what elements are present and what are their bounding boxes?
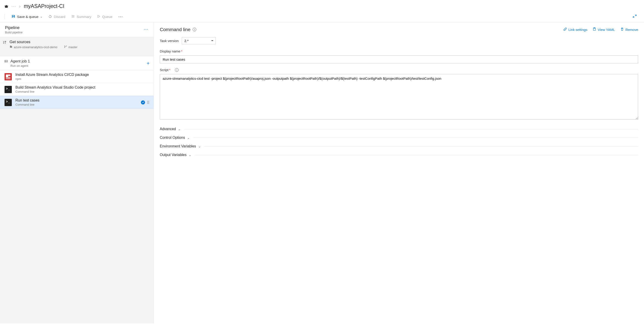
- task-row-selected[interactable]: Run test cases Command line: [0, 96, 154, 109]
- remove-label: Remove: [626, 28, 638, 32]
- task-title: Build Stream Analytics Visual Studio Cod…: [16, 85, 95, 90]
- check-icon: [141, 100, 145, 105]
- summary-button[interactable]: Summary: [71, 15, 91, 19]
- chevron-down-icon: ⌄: [187, 136, 190, 139]
- task-subtitle: Command line: [16, 103, 40, 106]
- breadcrumb-ellipsis[interactable]: ⋯: [11, 4, 16, 9]
- section-env-label: Environment Variables: [160, 144, 196, 148]
- svg-point-8: [5, 61, 6, 61]
- repo-icon: [10, 45, 12, 49]
- link-settings-label: Link settings: [568, 28, 587, 32]
- task-subtitle: npm: [16, 77, 89, 81]
- play-icon: [97, 15, 100, 19]
- clipboard-icon: [593, 28, 596, 32]
- save-queue-label: Save & queue: [17, 15, 38, 19]
- task-version-label: Task version: [160, 39, 178, 43]
- tasks-pane: Pipeline Build pipeline ⋯ Get sources az…: [0, 22, 154, 323]
- branch-name: master: [68, 46, 78, 49]
- breadcrumb-bar: ⋯ › myASAProject-CI: [0, 0, 644, 14]
- undo-icon: [48, 15, 52, 19]
- link-icon: [564, 28, 567, 32]
- task-title: Run test cases: [16, 98, 40, 102]
- toolbar-divider: [4, 14, 5, 19]
- chevron-down-icon: ⌄: [198, 145, 201, 148]
- sources-icon: [3, 41, 7, 45]
- section-output-label: Output Variables: [160, 153, 186, 157]
- task-title: Install Azure Stream Analytics CI/CD pac…: [16, 73, 89, 77]
- remove-button[interactable]: Remove: [620, 28, 638, 32]
- script-label: Script* i: [160, 68, 178, 72]
- link-settings-button[interactable]: Link settings: [564, 28, 587, 32]
- info-icon[interactable]: i: [175, 68, 178, 72]
- summary-label: Summary: [77, 15, 91, 19]
- fullscreen-toggle-icon[interactable]: [633, 14, 637, 19]
- discard-label: Discard: [54, 15, 65, 19]
- pipeline-subtitle: Build pipeline: [5, 31, 22, 34]
- save-icon: [12, 15, 15, 19]
- project-icon: [4, 5, 8, 8]
- chevron-down-icon: ⌄: [178, 127, 181, 131]
- svg-point-9: [5, 62, 6, 62]
- script-textarea[interactable]: [160, 74, 638, 120]
- terminal-icon: [4, 86, 12, 93]
- chevron-down-icon: ⌄: [189, 153, 191, 157]
- trash-icon: [620, 28, 624, 32]
- view-yaml-button[interactable]: View YAML: [593, 28, 615, 32]
- task-row[interactable]: Build Stream Analytics Visual Studio Cod…: [0, 83, 154, 96]
- agent-job-title: Agent job 1: [10, 59, 30, 64]
- server-icon: [4, 60, 8, 68]
- task-version-select[interactable]: 2.*: [182, 37, 216, 44]
- drag-handle-icon[interactable]: [147, 101, 150, 104]
- queue-label: Queue: [102, 15, 112, 19]
- section-advanced[interactable]: Advanced ⌄: [160, 125, 638, 133]
- npm-icon: [4, 73, 12, 80]
- terminal-icon: [4, 99, 12, 106]
- list-icon: [71, 15, 75, 19]
- chevron-down-icon: ⌄: [40, 15, 42, 18]
- detail-header: Command line i Link settings View YAML R…: [160, 27, 638, 32]
- task-detail-pane: Command line i Link settings View YAML R…: [154, 22, 644, 323]
- discard-button[interactable]: Discard: [48, 15, 65, 19]
- section-advanced-label: Advanced: [160, 127, 176, 131]
- section-output-vars[interactable]: Output Variables ⌄: [160, 151, 638, 159]
- svg-rect-0: [5, 6, 8, 8]
- section-control-options[interactable]: Control Options ⌄: [160, 133, 638, 142]
- agent-job-subtitle: Run on agent: [10, 64, 30, 68]
- agent-job-row[interactable]: Agent job 1 Run on agent +: [0, 56, 154, 70]
- info-icon[interactable]: i: [193, 28, 196, 31]
- task-row[interactable]: Install Azure Stream Analytics CI/CD pac…: [0, 70, 154, 83]
- pipeline-title: Pipeline: [5, 26, 22, 30]
- repo-name: azure-streamanalytics-cicd-demo: [14, 46, 57, 49]
- pipeline-name[interactable]: myASAProject-CI: [24, 3, 64, 9]
- task-subtitle: Command line: [16, 90, 95, 93]
- section-env-vars[interactable]: Environment Variables ⌄: [160, 142, 638, 151]
- add-task-button[interactable]: +: [146, 59, 150, 66]
- detail-heading: Command line: [160, 27, 190, 32]
- sources-title: Get sources: [10, 40, 78, 44]
- pipeline-more-button[interactable]: ⋯: [144, 26, 149, 32]
- pipeline-row[interactable]: Pipeline Build pipeline ⋯: [0, 22, 154, 37]
- chevron-right-icon: ›: [19, 4, 21, 9]
- branch-icon: [64, 45, 67, 49]
- queue-button[interactable]: Queue: [97, 15, 112, 19]
- view-yaml-label: View YAML: [598, 28, 615, 32]
- svg-rect-2: [4, 6, 8, 6]
- get-sources-row[interactable]: Get sources azure-streamanalytics-cicd-d…: [0, 37, 154, 52]
- toolbar-more-button[interactable]: ⋯: [118, 14, 123, 19]
- display-name-label: Display name*: [160, 49, 638, 53]
- display-name-input[interactable]: [160, 56, 638, 63]
- save-queue-button[interactable]: Save & queue ⌄: [12, 15, 42, 19]
- section-control-label: Control Options: [160, 136, 185, 140]
- toolbar: Save & queue ⌄ Discard Summary Queue ⋯: [0, 14, 644, 22]
- main-area: Pipeline Build pipeline ⋯ Get sources az…: [0, 22, 644, 323]
